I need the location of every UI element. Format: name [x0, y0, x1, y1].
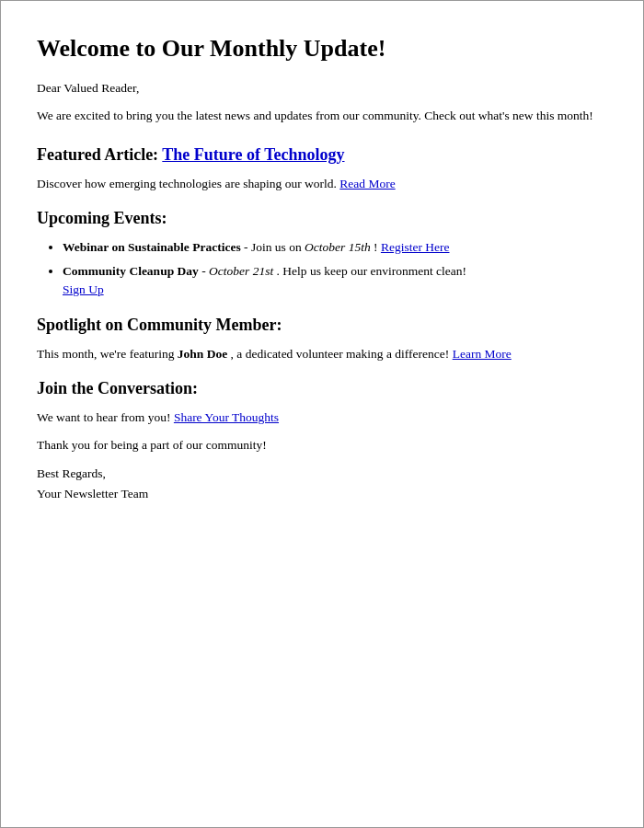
list-item: Community Cleanup Day - October 21st . H…	[63, 262, 607, 300]
newsletter-container: Welcome to Our Monthly Update! Dear Valu…	[28, 1, 616, 533]
event-2-bold: Community Cleanup Day	[63, 264, 199, 278]
thank-you-text: Thank you for being a part of our commun…	[37, 436, 607, 454]
spotlight-text: This month, we're featuring John Doe , a…	[37, 345, 607, 363]
spotlight-name: John Doe	[178, 347, 227, 361]
spotlight-pre: This month, we're featuring	[37, 347, 178, 361]
spotlight-post: , a dedicated volunteer making a differe…	[231, 347, 450, 361]
event-1-date: October 15th	[305, 240, 371, 254]
event-2-date: October 21st	[209, 264, 273, 278]
spotlight-heading: Spotlight on Community Member:	[37, 313, 607, 338]
list-item: Webinar on Sustainable Practices - Join …	[63, 238, 607, 257]
event-1-pre: - Join us on	[244, 240, 305, 254]
featured-article-description: Discover how emerging technologies are s…	[37, 175, 607, 193]
featured-article-heading: Featured Article: The Future of Technolo…	[37, 143, 607, 167]
main-title: Welcome to Our Monthly Update!	[37, 30, 607, 66]
sign-off-line2: Your Newsletter Team	[37, 487, 148, 500]
sign-off: Best Regards, Your Newsletter Team	[37, 464, 607, 503]
upcoming-events-heading: Upcoming Events:	[37, 206, 607, 231]
featured-article-link[interactable]: The Future of Technology	[162, 145, 344, 164]
event-2-pre: -	[201, 264, 209, 278]
intro-text: We are excited to bring you the latest n…	[37, 107, 607, 125]
learn-more-link[interactable]: Learn More	[453, 347, 512, 361]
events-list: Webinar on Sustainable Practices - Join …	[63, 238, 607, 300]
conversation-heading: Join the Conversation:	[37, 376, 607, 401]
register-here-link[interactable]: Register Here	[381, 240, 450, 254]
sign-up-link[interactable]: Sign Up	[63, 282, 104, 296]
conversation-pre: We want to hear from you!	[37, 410, 171, 424]
share-thoughts-link[interactable]: Share Your Thoughts	[174, 410, 279, 424]
event-1-bold: Webinar on Sustainable Practices	[63, 240, 241, 254]
greeting: Dear Valued Reader,	[37, 79, 607, 98]
sign-off-line1: Best Regards,	[37, 466, 106, 480]
event-2-post: . Help us keep our environment clean!	[277, 264, 467, 278]
page-frame: Welcome to Our Monthly Update! Dear Valu…	[0, 0, 644, 828]
conversation-text: We want to hear from you! Share Your Tho…	[37, 408, 607, 427]
event-1-post: !	[374, 240, 381, 254]
read-more-link[interactable]: Read More	[339, 177, 395, 190]
featured-heading-text: Featured Article:	[37, 145, 158, 164]
featured-description-text: Discover how emerging technologies are s…	[37, 177, 337, 190]
